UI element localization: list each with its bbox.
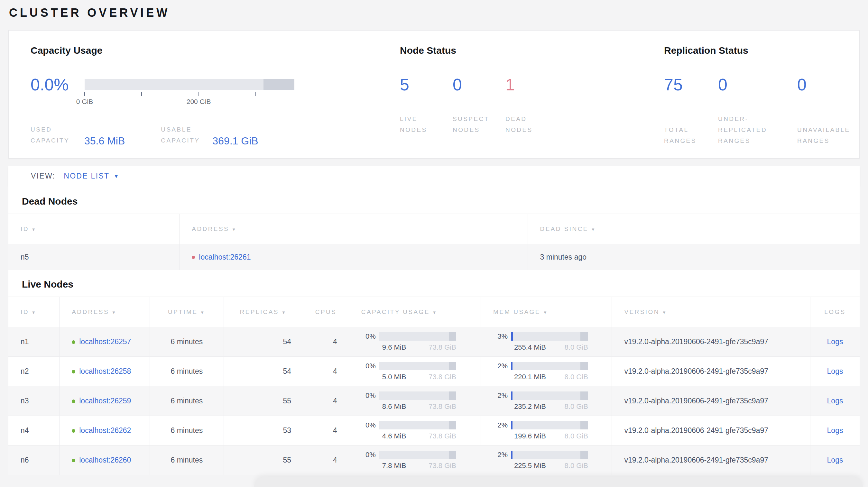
capacity-usage-section: Capacity Usage 0.0% 0 GiB 200 GiB USED C… [31,45,400,158]
capacity-usage-cell: 0% 8.6 MiB 73.8 GiB [349,386,480,416]
mem-usage-meter: 2% 225.5 MiB 8.0 GiB [493,449,588,471]
node-id-cell: n3 [8,386,60,416]
logs-cell: Logs [810,327,860,357]
capacity-percent: 0.0% [31,75,85,94]
column-header-id[interactable]: ID▼ [8,214,180,244]
mem-usage-meter: 2% 220.1 MiB 8.0 GiB [493,361,588,383]
replicas-cell: 54 [224,327,303,357]
column-header-address[interactable]: ADDRESS▼ [60,297,150,327]
dead-nodes-label: DEAD NODES [505,113,533,135]
node-address-link[interactable]: localhost:26260 [79,456,131,464]
dead-nodes-heading: Dead Nodes [8,186,860,207]
usable-capacity-stat: USABLE CAPACITY 369.1 GiB [161,124,258,146]
table-row: n5 localhost:26261 3 minutes ago [8,244,860,270]
logs-link[interactable]: Logs [827,367,843,376]
capacity-usage-heading: Capacity Usage [31,45,400,56]
usable-capacity-label: USABLE CAPACITY [161,124,212,146]
table-row: n6 localhost:26260 6 minutes 55 4 0% [8,446,860,475]
view-selector-dropdown[interactable]: NODE LIST ▾ [64,172,118,181]
suspect-nodes-label: SUSPECT NODES [453,113,505,135]
column-header-id[interactable]: ID▼ [8,297,60,327]
logs-link[interactable]: Logs [827,337,843,346]
node-address-cell: localhost:26261 [180,244,528,270]
capacity-usage-cell: 0% 5.0 MiB 73.8 GiB [349,357,480,386]
node-id-cell: n5 [8,244,180,270]
capacity-usage-cell: 0% 9.6 MiB 73.8 GiB [349,327,480,357]
capacity-usage-meter: 0% 9.6 MiB 73.8 GiB [361,331,456,353]
mem-usage-cell: 2% 220.1 MiB 8.0 GiB [480,357,612,386]
node-status-section: Node Status 5 0 1 LIVE NODES SUSPECT NOD… [400,45,664,158]
node-address-link[interactable]: localhost:26258 [79,367,131,376]
sort-arrow-icon: ▼ [591,227,596,232]
axis-tick [141,92,142,96]
column-header-dead-since[interactable]: DEAD SINCE▼ [528,214,860,244]
capacity-bar: 0 GiB 200 GiB [85,79,294,90]
node-list-section: Dead Nodes ID▼ ADDRESS▼ DEAD SINCE▼ n5 l… [8,186,860,475]
node-address-link[interactable]: localhost:26259 [79,397,131,405]
cpus-cell: 4 [303,446,349,475]
table-row: n2 localhost:26258 6 minutes 54 4 0% [8,357,860,386]
capacity-usage-meter: 0% 4.6 MiB 73.8 GiB [361,420,456,442]
live-status-icon [72,399,75,403]
column-header-cpus[interactable]: CPUS [303,297,349,327]
mem-mini-bar [511,421,588,429]
column-header-replicas[interactable]: REPLICAS▼ [224,297,303,327]
column-header-mem-usage[interactable]: MEM USAGE▼ [480,297,612,327]
table-row: n1 localhost:26257 6 minutes 54 4 0% [8,327,860,357]
used-capacity-stat: USED CAPACITY 35.6 MiB [31,124,125,146]
unavailable-count: 0 [797,75,807,94]
replication-status-heading: Replication Status [664,45,859,56]
live-nodes-count: 5 [400,75,453,94]
mem-usage-cell: 3% 255.4 MiB 8.0 GiB [480,327,612,357]
live-status-icon [72,459,75,462]
capacity-usage-meter: 0% 5.0 MiB 73.8 GiB [361,361,456,383]
uptime-cell: 6 minutes [150,416,224,446]
sort-arrow-icon: ▼ [231,227,237,232]
column-header-capacity-usage[interactable]: CAPACITY USAGE▼ [349,297,480,327]
sort-arrow-icon: ▼ [32,227,37,232]
capacity-mini-bar [379,362,456,370]
dead-nodes-count: 1 [505,75,515,94]
unavailable-label: UNAVAILABLE RANGES [797,125,850,147]
node-id-cell: n1 [8,327,60,357]
cpus-cell: 4 [303,327,349,357]
usable-capacity-value: 369.1 GiB [212,135,258,147]
view-label: VIEW: [31,172,55,181]
node-address-link[interactable]: localhost:26262 [79,426,131,434]
logs-link[interactable]: Logs [827,456,843,464]
logs-cell: Logs [810,357,860,386]
node-address-cell: localhost:26259 [60,386,150,416]
node-address-link[interactable]: localhost:26261 [199,253,251,261]
logs-link[interactable]: Logs [827,397,843,405]
replicas-cell: 54 [224,357,303,386]
node-address-link[interactable]: localhost:26257 [79,337,131,346]
column-header-logs[interactable]: LOGS [810,297,860,327]
live-status-icon [72,429,75,433]
column-header-address[interactable]: ADDRESS▼ [180,214,528,244]
total-ranges-count: 75 [664,75,718,94]
sort-arrow-icon: ▼ [662,310,667,315]
logs-link[interactable]: Logs [827,426,843,434]
version-cell: v19.2.0-alpha.20190606-2491-gfe735c9a97 [612,357,810,386]
replicas-cell: 55 [224,386,303,416]
column-header-version[interactable]: VERSION▼ [612,297,810,327]
version-cell: v19.2.0-alpha.20190606-2491-gfe735c9a97 [612,416,810,446]
axis-tick-label: 200 GiB [187,98,211,105]
under-replicated-count: 0 [718,75,797,94]
dead-status-icon [192,256,195,259]
live-status-icon [72,340,75,344]
node-id-cell: n6 [8,446,60,475]
node-address-cell: localhost:26260 [60,446,150,475]
sort-arrow-icon: ▼ [281,310,287,315]
used-capacity-label: USED CAPACITY [31,124,84,146]
capacity-mini-bar [379,391,456,400]
sort-arrow-icon: ▼ [432,310,438,315]
uptime-cell: 6 minutes [150,327,224,357]
capacity-mini-bar [379,421,456,429]
column-header-uptime[interactable]: UPTIME▼ [150,297,224,327]
capacity-bar-reserved [264,79,294,90]
table-row: n4 localhost:26262 6 minutes 53 4 0% [8,416,860,446]
capacity-usage-cell: 0% 4.6 MiB 73.8 GiB [349,416,480,446]
mem-usage-cell: 2% 225.5 MiB 8.0 GiB [480,446,612,475]
mem-usage-meter: 3% 255.4 MiB 8.0 GiB [493,331,588,353]
